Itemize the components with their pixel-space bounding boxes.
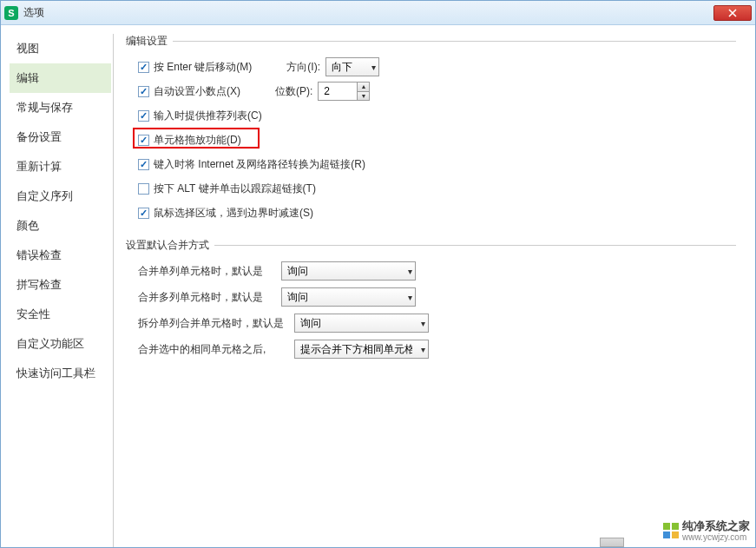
option-enter-move: 按 Enter 键后移动(M) 方向(I): 向下 [138,57,736,76]
app-icon: S [4,6,18,20]
check-icon [138,183,149,195]
sidebar-item-view[interactable]: 视图 [10,34,111,63]
sidebar-item-security[interactable]: 安全性 [10,300,111,329]
direction-label: 方向(I): [286,60,320,75]
sidebar-item-spell-check[interactable]: 拼写检查 [10,270,111,300]
option-suggest-list: 输入时提供推荐列表(C) [138,106,736,125]
merge-row-same-cells: 合并选中的相同单元格之后, 提示合并下方相同单元格 [138,340,736,359]
merge-select-multi-col[interactable]: 询问 [281,287,416,307]
checkbox-auto-decimal[interactable]: 自动设置小数点(X) [138,84,240,99]
check-icon [138,110,149,122]
sidebar-item-general-save[interactable]: 常规与保存 [10,93,111,122]
options-window: S 选项 视图 编辑 常规与保存 备份设置 重新计算 自定义序列 颜色 错误检查… [0,0,756,548]
check-icon [138,208,149,219]
watermark-logo-icon [663,523,679,538]
sidebar: 视图 编辑 常规与保存 备份设置 重新计算 自定义序列 颜色 错误检查 拼写检查… [10,34,114,547]
watermark: 纯净系统之家 www.ycwjzy.com [663,520,750,542]
checkbox-inet-link[interactable]: 键入时将 Internet 及网络路径转换为超链接(R) [138,157,365,172]
title-bar: S 选项 [1,1,755,25]
check-icon [138,62,149,73]
checkbox-enter-move[interactable]: 按 Enter 键后移动(M) [138,60,252,75]
scrollbar-segment[interactable] [600,538,624,547]
label-inet-link: 键入时将 Internet 及网络路径转换为超链接(R) [154,157,365,172]
option-inet-link: 键入时将 Internet 及网络路径转换为超链接(R) [138,155,736,174]
merge-select-split[interactable]: 询问 [294,314,429,333]
check-icon [138,135,149,146]
option-mouse-slow: 鼠标选择区域，遇到边界时减速(S) [138,203,736,222]
merge-settings-title: 设置默认合并方式 [126,238,736,253]
spinner-up[interactable]: ▲ [357,83,369,92]
label-auto-decimal: 自动设置小数点(X) [154,84,240,99]
label-enter-move: 按 Enter 键后移动(M) [154,60,252,75]
merge-row-multi-col: 合并多列单元格时，默认是 询问 [138,287,736,307]
merge-label-split: 拆分单列合并单元格时，默认是 [138,316,294,331]
merge-settings-group: 设置默认合并方式 合并单列单元格时，默认是 询问 合并多列单元格时，默认是 询问… [126,238,736,359]
checkbox-cell-drag[interactable]: 单元格拖放功能(D) [138,133,241,148]
edit-settings-group: 编辑设置 按 Enter 键后移动(M) 方向(I): 向下 [126,34,736,222]
option-cell-drag: 单元格拖放功能(D) [138,130,736,149]
label-cell-drag: 单元格拖放功能(D) [154,133,241,148]
merge-row-single-col: 合并单列单元格时，默认是 询问 [138,261,736,281]
sidebar-item-custom-list[interactable]: 自定义序列 [10,182,111,211]
label-suggest-list: 输入时提供推荐列表(C) [154,109,262,123]
label-alt-click: 按下 ALT 键并单击以跟踪超链接(T) [154,182,316,196]
merge-label-single-col: 合并单列单元格时，默认是 [138,264,281,279]
content-area: 视图 编辑 常规与保存 备份设置 重新计算 自定义序列 颜色 错误检查 拼写检查… [1,25,755,547]
option-alt-click: 按下 ALT 键并单击以跟踪超链接(T) [138,179,736,198]
label-mouse-slow: 鼠标选择区域，遇到边界时减速(S) [154,206,313,221]
sidebar-item-color[interactable]: 颜色 [10,211,111,241]
edit-settings-title: 编辑设置 [126,34,736,49]
checkbox-suggest-list[interactable]: 输入时提供推荐列表(C) [138,109,262,123]
spinner-down[interactable]: ▼ [357,92,369,101]
merge-label-multi-col: 合并多列单元格时，默认是 [138,290,281,305]
close-icon [728,9,737,17]
main-panel: 编辑设置 按 Enter 键后移动(M) 方向(I): 向下 [114,34,748,547]
digits-label: 位数(P): [275,84,312,99]
sidebar-item-edit[interactable]: 编辑 [10,63,111,93]
watermark-text: 纯净系统之家 [682,520,750,532]
check-icon [138,86,149,97]
check-icon [138,159,149,170]
sidebar-item-custom-ribbon[interactable]: 自定义功能区 [10,329,111,359]
merge-select-same-cells[interactable]: 提示合并下方相同单元格 [294,340,429,359]
sidebar-item-backup[interactable]: 备份设置 [10,122,111,152]
option-auto-decimal: 自动设置小数点(X) 位数(P): ▲ ▼ [138,82,736,101]
close-button[interactable] [713,5,752,21]
merge-row-split: 拆分单列合并单元格时，默认是 询问 [138,314,736,333]
merge-label-same-cells: 合并选中的相同单元格之后, [138,342,294,357]
window-title: 选项 [23,5,44,20]
watermark-url: www.ycwjzy.com [682,532,750,542]
sidebar-item-recalc[interactable]: 重新计算 [10,152,111,182]
direction-select[interactable]: 向下 [325,57,379,76]
checkbox-mouse-slow[interactable]: 鼠标选择区域，遇到边界时减速(S) [138,206,313,221]
checkbox-alt-click[interactable]: 按下 ALT 键并单击以跟踪超链接(T) [138,182,316,196]
sidebar-item-error-check[interactable]: 错误检查 [10,241,111,270]
sidebar-item-quick-access[interactable]: 快速访问工具栏 [10,359,111,388]
merge-select-single-col[interactable]: 询问 [281,261,416,281]
